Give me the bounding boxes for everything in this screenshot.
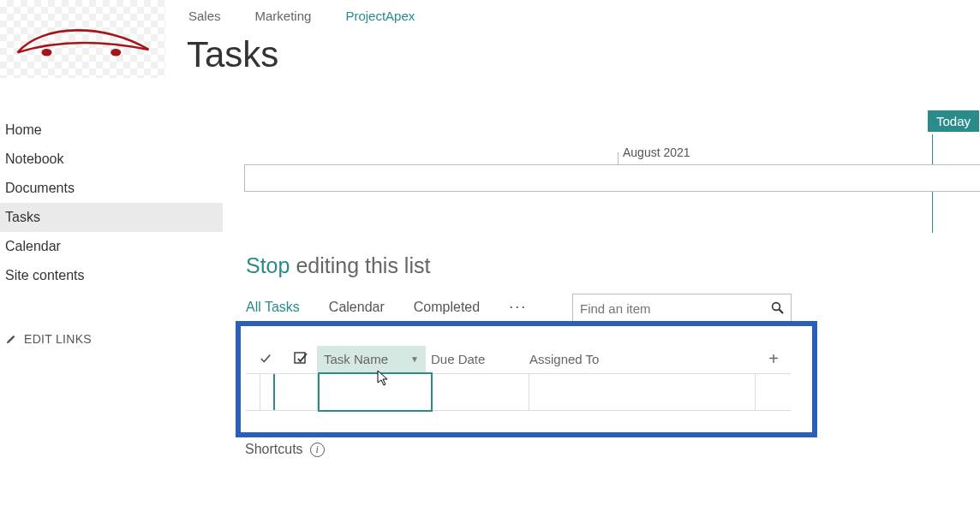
top-nav: Sales Marketing ProjectApex bbox=[188, 9, 415, 23]
svg-line-3 bbox=[780, 310, 784, 314]
svg-point-0 bbox=[41, 49, 51, 56]
tab-all-tasks[interactable]: All Tasks bbox=[246, 300, 300, 315]
tab-calendar[interactable]: Calendar bbox=[329, 300, 385, 315]
tab-more[interactable]: ··· bbox=[509, 298, 527, 316]
svg-point-1 bbox=[111, 49, 121, 56]
nav-sales[interactable]: Sales bbox=[188, 9, 221, 23]
grid-new-row[interactable] bbox=[246, 373, 791, 411]
nav-projectapex[interactable]: ProjectApex bbox=[345, 9, 415, 23]
select-cell[interactable] bbox=[275, 374, 318, 410]
chevron-down-icon: ▼ bbox=[410, 354, 419, 364]
completed-column-header[interactable] bbox=[246, 353, 284, 365]
timeline-bar[interactable] bbox=[244, 164, 980, 192]
pencil-icon bbox=[5, 333, 17, 345]
assigned-to-cell[interactable] bbox=[529, 374, 756, 410]
task-grid: Task Name ▼ Due Date Assigned To + bbox=[246, 344, 791, 411]
sidebar-item-tasks[interactable]: Tasks bbox=[0, 203, 223, 232]
search-icon[interactable] bbox=[765, 301, 791, 315]
sidebar-item-documents[interactable]: Documents bbox=[0, 174, 223, 203]
today-badge: Today bbox=[928, 110, 979, 132]
stop-editing-bar: Stop editing this list bbox=[246, 253, 430, 278]
search-box[interactable] bbox=[572, 294, 792, 323]
sidebar-item-calendar[interactable]: Calendar bbox=[0, 232, 223, 261]
task-name-column-header[interactable]: Task Name ▼ bbox=[317, 346, 426, 372]
editing-text: editing this list bbox=[290, 253, 430, 277]
search-input[interactable] bbox=[573, 301, 765, 316]
sidebar-item-home[interactable]: Home bbox=[0, 116, 223, 145]
grid-header-row: Task Name ▼ Due Date Assigned To + bbox=[246, 344, 791, 373]
checkmark-icon bbox=[260, 353, 272, 365]
stop-link[interactable]: Stop bbox=[246, 253, 290, 277]
indent-cell[interactable] bbox=[260, 374, 275, 410]
edit-links[interactable]: EDIT LINKS bbox=[5, 332, 92, 346]
nav-marketing[interactable]: Marketing bbox=[255, 9, 312, 23]
info-icon[interactable]: i bbox=[310, 443, 325, 457]
add-cell[interactable] bbox=[756, 374, 790, 410]
shortcuts-row[interactable]: Shortcuts i bbox=[245, 442, 325, 457]
shortcuts-label: Shortcuts bbox=[245, 442, 303, 457]
view-tabs: All Tasks Calendar Completed ··· bbox=[246, 298, 527, 316]
side-nav: Home Notebook Documents Tasks Calendar S… bbox=[0, 116, 223, 290]
add-column-button[interactable]: + bbox=[755, 349, 792, 369]
page-title: Tasks bbox=[187, 34, 278, 75]
edit-links-label: EDIT LINKS bbox=[24, 332, 92, 346]
sidebar-item-site-contents[interactable]: Site contents bbox=[0, 261, 223, 290]
tab-completed[interactable]: Completed bbox=[414, 300, 480, 315]
timeline-tick bbox=[618, 152, 618, 164]
task-name-header-label: Task Name bbox=[324, 352, 388, 366]
svg-point-2 bbox=[773, 303, 780, 311]
row-handle-cell[interactable] bbox=[246, 374, 260, 410]
due-date-column-header[interactable]: Due Date bbox=[426, 352, 524, 366]
timeline-month-label: August 2021 bbox=[623, 146, 690, 159]
assigned-to-column-header[interactable]: Assigned To bbox=[524, 352, 747, 366]
task-name-cell[interactable] bbox=[318, 372, 433, 412]
select-column-header[interactable] bbox=[284, 351, 317, 366]
select-all-icon bbox=[293, 351, 308, 366]
sidebar-item-notebook[interactable]: Notebook bbox=[0, 145, 223, 174]
site-logo[interactable] bbox=[0, 0, 165, 78]
due-date-cell[interactable] bbox=[433, 374, 529, 410]
